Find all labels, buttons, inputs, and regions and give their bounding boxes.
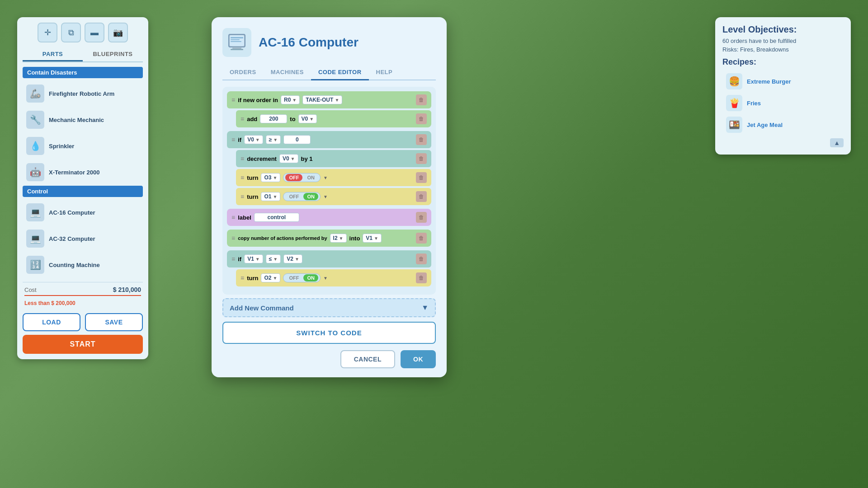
- if-keyword: if: [238, 136, 241, 143]
- cmd-row-decrement: ≡ decrement V0 ▼ by 1 🗑: [236, 150, 431, 167]
- delete-if2-button[interactable]: 🗑: [416, 253, 427, 264]
- drag-handle-label[interactable]: ≡: [231, 214, 235, 221]
- drag-handle-add[interactable]: ≡: [241, 115, 244, 122]
- move-tool-button[interactable]: ✛: [38, 23, 57, 42]
- label-value-input[interactable]: [254, 213, 299, 222]
- tab-code-editor[interactable]: CODE EDITOR: [311, 65, 369, 80]
- camera-tool-button[interactable]: 📷: [108, 23, 128, 42]
- delete-turn-o2-button[interactable]: 🗑: [416, 272, 427, 283]
- delete-turn-o3-button[interactable]: 🗑: [416, 172, 427, 183]
- drag-handle-turn-o3[interactable]: ≡: [241, 174, 244, 181]
- decrement-target-select[interactable]: V0 ▼: [279, 154, 298, 163]
- cmd-row-if-compare2: ≡ if V1 ▼ ≤ ▼ V2 ▼ 🗑: [227, 250, 431, 267]
- ok-button[interactable]: OK: [401, 350, 436, 368]
- chevron-down-icon: ▼: [323, 276, 328, 281]
- ac16-label: AC-16 Computer: [49, 209, 95, 216]
- chevron-down-icon: ▼: [309, 117, 314, 122]
- o3-on-option[interactable]: ON: [303, 174, 318, 181]
- tab-machines[interactable]: MACHINES: [264, 65, 311, 80]
- chevron-down-icon: ▼: [323, 194, 328, 199]
- start-button[interactable]: START: [23, 335, 143, 354]
- delete-copy-button[interactable]: 🗑: [416, 233, 427, 244]
- tab-blueprints[interactable]: BLUEPRINTS: [83, 48, 143, 61]
- switch-to-code-button[interactable]: SWITCH TO CODE: [222, 322, 436, 344]
- chevron-down-icon: ▼: [255, 137, 260, 142]
- drag-handle-copy[interactable]: ≡: [231, 235, 235, 242]
- command-if-compare: ≡ if V0 ▼ ≥ ▼ 🗑 ≡ decrement: [227, 131, 431, 205]
- if2-operator-select[interactable]: ≤ ▼: [266, 254, 281, 263]
- delete-turn-o1-button[interactable]: 🗑: [416, 191, 427, 202]
- add-amount-input[interactable]: [260, 114, 287, 123]
- svg-rect-1: [230, 35, 244, 46]
- list-item-mechanic-mechanic[interactable]: 🔧 Mechanic Mechanic: [23, 107, 143, 132]
- recipe-item-fries[interactable]: 🍟 Fries: [722, 92, 844, 114]
- modal-tabs: ORDERS MACHINES CODE EDITOR HELP: [222, 65, 436, 80]
- o2-toggle[interactable]: OFF ON: [283, 273, 321, 282]
- turn-o2-target-select[interactable]: O2 ▼: [261, 273, 280, 282]
- blueprint-tool-button[interactable]: ▬: [85, 23, 104, 42]
- copy-tool-button[interactable]: ⧉: [61, 23, 81, 42]
- chevron-down-icon: ▼: [295, 257, 299, 262]
- by-label: by 1: [301, 155, 313, 162]
- o1-on-option[interactable]: ON: [303, 193, 318, 200]
- drag-handle-if2[interactable]: ≡: [231, 255, 235, 263]
- recipe-item-extreme-burger[interactable]: 🍔 Extreme Burger: [722, 70, 844, 92]
- register-r0-select[interactable]: R0 ▼: [281, 95, 300, 104]
- if-value-input[interactable]: [283, 135, 311, 144]
- svg-rect-5: [231, 39, 240, 40]
- cancel-button[interactable]: CANCEL: [340, 350, 395, 368]
- svg-rect-3: [231, 49, 243, 50]
- save-button[interactable]: SAVE: [85, 313, 143, 331]
- ac16-modal: AC-16 Computer ORDERS MACHINES CODE EDIT…: [212, 17, 447, 377]
- drag-handle-dec[interactable]: ≡: [241, 155, 244, 162]
- delete-add-button[interactable]: 🗑: [416, 113, 427, 124]
- drag-handle-2[interactable]: ≡: [231, 136, 235, 143]
- o2-off-option[interactable]: OFF: [285, 274, 302, 282]
- command-copy: ≡ copy number of actions performed by I2…: [227, 230, 431, 247]
- o2-on-option[interactable]: ON: [303, 274, 318, 282]
- list-item-sprinkler[interactable]: 💧 Sprinkler: [23, 133, 143, 159]
- collapse-section: ▲: [722, 138, 844, 147]
- recipe-item-jet-age-meal[interactable]: 🍱 Jet Age Meal: [722, 114, 844, 136]
- delete-label-button[interactable]: 🗑: [416, 212, 427, 223]
- drag-handle-turn-o1[interactable]: ≡: [241, 193, 244, 200]
- copy-target-select[interactable]: V1 ▼: [363, 234, 382, 243]
- add-new-command-row[interactable]: Add New Command ▼: [222, 298, 436, 317]
- tab-orders[interactable]: ORDERS: [222, 65, 264, 80]
- list-item-firefighter-robotic-arm[interactable]: 🦾 Firefighter Robotic Arm: [23, 81, 143, 106]
- order-type-select[interactable]: TAKE-OUT ▼: [302, 95, 342, 104]
- tab-help[interactable]: HELP: [369, 65, 400, 80]
- add-target-select[interactable]: V0 ▼: [298, 114, 317, 123]
- o1-toggle[interactable]: OFF ON: [283, 192, 321, 201]
- if-var1-select[interactable]: V0 ▼: [244, 135, 263, 144]
- tab-parts[interactable]: PARTS: [23, 48, 83, 61]
- drag-handle-turn-o2[interactable]: ≡: [241, 274, 244, 282]
- o3-toggle[interactable]: OFF ON: [283, 173, 321, 182]
- list-item-x-terminator[interactable]: 🤖 X-Terminator 2000: [23, 160, 143, 185]
- counting-machine-label: Counting Machine: [49, 262, 100, 268]
- drag-handle-1[interactable]: ≡: [231, 96, 235, 103]
- list-item-counting-machine[interactable]: 🔢 Counting Machine: [23, 252, 143, 277]
- delete-decrement-button[interactable]: 🗑: [416, 153, 427, 164]
- turn-o3-target-select[interactable]: O3 ▼: [261, 173, 280, 182]
- if2-var1-select[interactable]: V1 ▼: [244, 254, 263, 263]
- ac32-icon: 💻: [26, 230, 44, 248]
- delete-if-compare-button[interactable]: 🗑: [416, 134, 427, 145]
- x-terminator-label: X-Terminator 2000: [49, 169, 99, 176]
- cmd-row-if-compare: ≡ if V0 ▼ ≥ ▼ 🗑: [227, 131, 431, 148]
- if2-value-select[interactable]: V2 ▼: [283, 254, 302, 263]
- if-operator-select[interactable]: ≥ ▼: [266, 135, 281, 144]
- list-item-ac32[interactable]: 💻 AC-32 Computer: [23, 226, 143, 251]
- command-if-compare2: ≡ if V1 ▼ ≤ ▼ V2 ▼ 🗑 ≡ tur: [227, 250, 431, 286]
- turn-o1-target-select[interactable]: O1 ▼: [261, 192, 280, 201]
- list-item-ac16[interactable]: 💻 AC-16 Computer: [23, 200, 143, 225]
- delete-cmd-1-button[interactable]: 🗑: [416, 94, 427, 105]
- copy-source-select[interactable]: I2 ▼: [330, 234, 347, 243]
- if2-keyword: if: [238, 256, 241, 263]
- o3-off-option[interactable]: OFF: [285, 174, 302, 181]
- o1-off-option[interactable]: OFF: [285, 193, 302, 200]
- cost-warning: Less than $ 200,000: [24, 300, 75, 306]
- load-button[interactable]: LOAD: [23, 313, 80, 331]
- chevron-down-icon: ▼: [255, 257, 260, 262]
- collapse-button[interactable]: ▲: [830, 138, 844, 147]
